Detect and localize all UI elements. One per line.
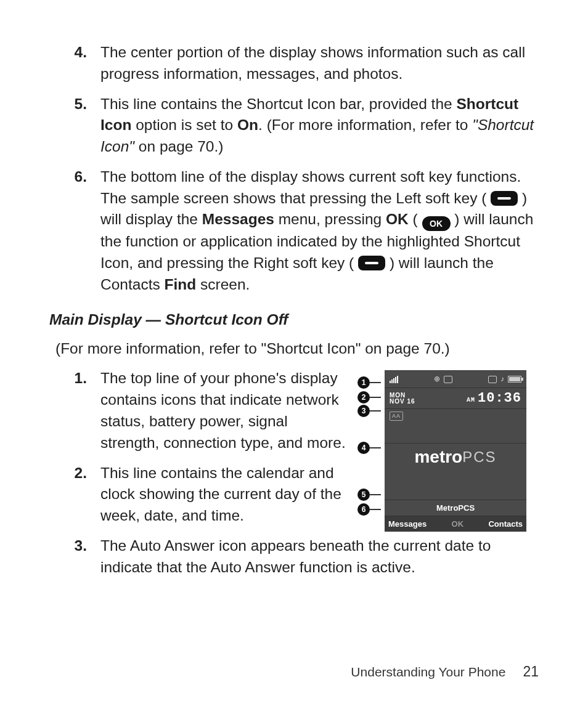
list-text: This line contains the Shortcut Icon bar… xyxy=(100,94,539,158)
right-softkey-icon xyxy=(358,256,385,270)
bluetooth-icon xyxy=(488,376,497,383)
callout-number: 6 xyxy=(357,503,370,516)
callout-leader xyxy=(370,397,381,398)
callout-number: 2 xyxy=(357,391,370,404)
callout-marker: 2 xyxy=(357,391,381,404)
phone-right-softkey: Contacts xyxy=(488,519,523,530)
phone-clock-row: MONNOV 16 AM10:36 xyxy=(385,387,526,408)
callout-marker: 4 xyxy=(357,442,381,454)
list-number: 4. xyxy=(67,42,100,85)
reference-line: (For more information, refer to "Shortcu… xyxy=(55,338,539,360)
callout-leader xyxy=(370,494,381,495)
left-softkey-icon xyxy=(491,191,518,206)
data-icon xyxy=(444,376,452,383)
phone-carrier-row: MetroPCS xyxy=(385,500,526,516)
section-heading: Main Display — Shortcut Icon Off xyxy=(49,309,539,331)
callout-leader xyxy=(370,410,381,412)
page-number: 21 xyxy=(523,663,539,680)
callout-leader xyxy=(370,447,381,448)
callout-leader xyxy=(370,509,381,510)
list-text: The center portion of the display shows … xyxy=(100,42,539,85)
callout-number: 3 xyxy=(357,405,370,417)
callout-number: 4 xyxy=(357,442,370,454)
page-content: 4. The center portion of the display sho… xyxy=(49,42,539,578)
signal-icon xyxy=(390,376,398,383)
location-icon: ⊕ xyxy=(434,374,440,384)
phone-screen: ⊕ ♪ MONNOV 16 AM10:36 AA xyxy=(385,370,526,532)
page-footer: Understanding Your Phone 21 xyxy=(351,663,539,680)
callout-marker: 5 xyxy=(357,489,381,501)
battery-icon xyxy=(508,376,521,383)
list-number: 3. xyxy=(67,535,100,578)
list-item: 2. This line contains the calendar and c… xyxy=(67,463,349,527)
list-number: 6. xyxy=(67,166,100,296)
phone-left-softkey: Messages xyxy=(388,519,427,530)
list-item: 4. The center portion of the display sho… xyxy=(67,42,539,85)
callout-number: 1 xyxy=(357,376,370,389)
callout-marker: 6 xyxy=(357,503,381,516)
ok-key-icon: OK xyxy=(422,216,451,231)
list-number: 2. xyxy=(67,463,100,527)
list-item: 5. This line contains the Shortcut Icon … xyxy=(67,94,539,158)
list-number: 5. xyxy=(67,94,100,158)
callout-marker: 3 xyxy=(357,405,381,417)
callout-column: 123456 xyxy=(360,370,381,516)
phone-softkey-row: Messages OK Contacts xyxy=(385,516,526,532)
list-text: The top line of your phone's display con… xyxy=(100,368,349,453)
footer-section: Understanding Your Phone xyxy=(351,665,505,679)
callout-number: 5 xyxy=(357,489,370,501)
list-number: 1. xyxy=(67,368,100,453)
list-text: The bottom line of the display shows cur… xyxy=(100,166,539,296)
phone-ok-softkey: OK xyxy=(452,519,464,530)
callout-marker: 1 xyxy=(357,376,381,389)
list-text: The Auto Answer icon appears beneath the… xyxy=(100,535,539,578)
phone-figure: 123456 ⊕ ♪ MONNOV 16 AM10:36 xyxy=(360,368,539,532)
sound-icon: ♪ xyxy=(500,374,504,384)
list-text: This line contains the calendar and cloc… xyxy=(100,463,349,527)
phone-status-bar: ⊕ ♪ xyxy=(385,370,526,387)
list-item: 3. The Auto Answer icon appears beneath … xyxy=(67,535,539,578)
list-item: 6. The bottom line of the display shows … xyxy=(67,166,539,296)
list-item: 1. The top line of your phone's display … xyxy=(67,368,349,453)
callout-leader xyxy=(370,382,381,383)
auto-answer-icon: AA xyxy=(390,412,403,421)
phone-autoanswer-row: AA xyxy=(385,408,526,423)
phone-brand-row: metroPCS xyxy=(385,443,526,470)
